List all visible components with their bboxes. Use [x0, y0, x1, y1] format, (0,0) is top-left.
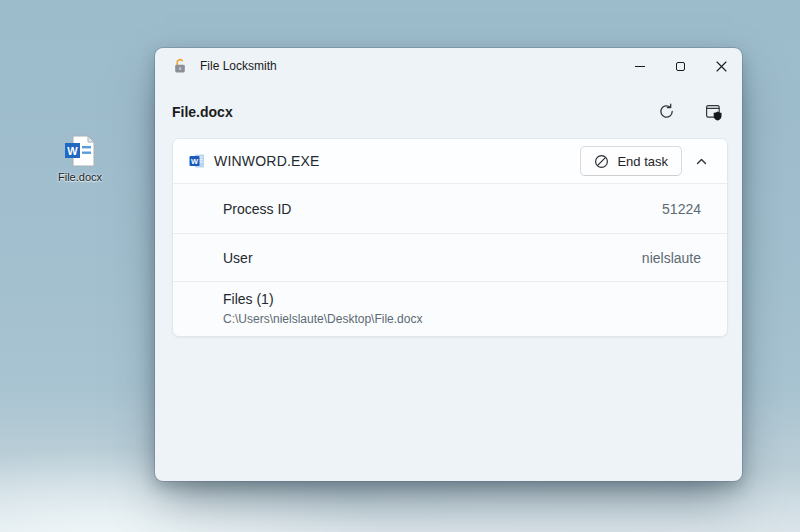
- unlocked-padlock-icon: [172, 58, 188, 74]
- process-id-label: Process ID: [223, 201, 662, 217]
- process-card-header[interactable]: W WINWORD.EXE End task: [173, 139, 727, 183]
- process-id-value: 51224: [662, 201, 701, 217]
- word-logo-icon: W: [189, 153, 205, 169]
- desktop: { "desktop": { "file_icon_label": "File.…: [0, 0, 800, 532]
- user-value: nielslaute: [642, 250, 701, 266]
- process-id-row: Process ID 51224: [173, 183, 727, 233]
- process-name: WINWORD.EXE: [214, 153, 580, 169]
- close-icon: [716, 61, 727, 72]
- minimize-button[interactable]: [619, 48, 660, 84]
- restart-elevated-button[interactable]: [699, 98, 729, 126]
- prohibited-icon: [594, 154, 609, 169]
- refresh-button[interactable]: [651, 98, 681, 126]
- end-task-label: End task: [617, 154, 668, 169]
- end-task-button[interactable]: End task: [580, 146, 682, 176]
- desktop-file-label: File.docx: [58, 171, 102, 183]
- collapse-button[interactable]: [686, 146, 716, 176]
- refresh-icon: [658, 103, 675, 120]
- file-path: C:\Users\nielslaute\Desktop\File.docx: [223, 312, 701, 326]
- titlebar[interactable]: File Locksmith: [155, 48, 742, 84]
- close-button[interactable]: [701, 48, 742, 84]
- maximize-button[interactable]: [660, 48, 701, 84]
- file-locksmith-window: File Locksmith File.docx: [155, 48, 742, 481]
- window-title: File Locksmith: [200, 59, 619, 73]
- process-card: W WINWORD.EXE End task Process ID 51224: [172, 138, 728, 337]
- inspected-file-name: File.docx: [172, 104, 651, 120]
- user-label: User: [223, 250, 642, 266]
- file-header-row: File.docx: [155, 84, 742, 126]
- maximize-icon: [676, 62, 685, 71]
- chevron-up-icon: [695, 155, 708, 168]
- word-document-icon: W: [63, 134, 97, 168]
- desktop-file-icon[interactable]: W File.docx: [44, 134, 116, 183]
- restart-elevated-shield-icon: [705, 103, 723, 121]
- user-row: User nielslaute: [173, 233, 727, 281]
- files-row: Files (1) C:\Users\nielslaute\Desktop\Fi…: [173, 281, 727, 336]
- files-count-label: Files (1): [223, 291, 701, 307]
- svg-text:W: W: [67, 145, 78, 157]
- svg-text:W: W: [191, 157, 199, 166]
- minimize-icon: [635, 66, 645, 67]
